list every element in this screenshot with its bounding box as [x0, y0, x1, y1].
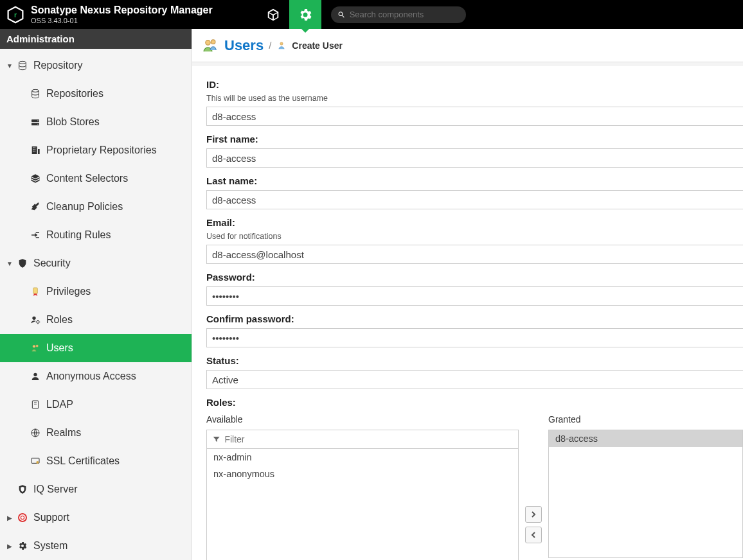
sidebar-item-ldap[interactable]: LDAP: [0, 390, 192, 419]
route-icon: [28, 230, 42, 240]
email-input[interactable]: [206, 245, 743, 264]
broom-icon: [28, 202, 42, 212]
db-icon: [15, 60, 30, 71]
svg-point-10: [37, 320, 39, 323]
sidebar-item-routing-rules[interactable]: Routing Rules: [0, 221, 192, 249]
usergear-icon: [28, 315, 42, 325]
last-name-label: Last name:: [206, 175, 743, 186]
breadcrumb: Users / Create User: [192, 29, 743, 62]
password-label: Password:: [206, 272, 743, 283]
users-icon: [201, 37, 219, 55]
breadcrumb-sep: /: [269, 40, 271, 51]
sidebar-group-repository[interactable]: ▼Repository: [0, 51, 192, 80]
first-name-label: First name:: [206, 134, 743, 144]
sidebar-item-cleanup-policies[interactable]: Cleanup Policies: [0, 193, 192, 221]
status-label: Status:: [206, 355, 743, 366]
roles-filter-input[interactable]: [224, 434, 513, 444]
roles-filter[interactable]: [206, 430, 519, 449]
sidebar-item-label: Users: [46, 342, 73, 354]
sidebar-item-label: Blob Stores: [46, 116, 100, 128]
sidebar-item-users[interactable]: Users: [0, 334, 192, 362]
email-label: Email:: [206, 217, 743, 228]
sidebar-group-label: IQ Server: [33, 484, 77, 495]
sidebar-item-anonymous-access[interactable]: Anonymous Access: [0, 362, 192, 390]
svg-point-19: [21, 516, 24, 519]
svg-point-17: [36, 461, 39, 464]
svg-point-11: [33, 345, 35, 347]
sidebar-item-label: Roles: [46, 314, 73, 326]
layers-icon: [28, 173, 42, 184]
sidebar-item-label: Repositories: [46, 88, 103, 100]
sidebar-group-iq-server[interactable]: IQ Server: [0, 475, 192, 503]
caret-icon: ▶: [5, 514, 14, 521]
role-available-item[interactable]: nx-anonymous: [207, 466, 518, 482]
iq-icon: [15, 484, 30, 494]
sidebar-group-label: Support: [33, 512, 69, 523]
admin-button[interactable]: [289, 0, 321, 29]
sidebar-item-label: Proprietary Repositories: [46, 144, 157, 156]
lifebuoy-icon: [15, 512, 30, 523]
roles-available-label: Available: [206, 414, 519, 424]
badge-icon: [28, 286, 42, 297]
svg-text:r: r: [14, 11, 17, 19]
role-granted-item[interactable]: d8-access: [549, 430, 742, 447]
svg-point-3: [32, 89, 39, 92]
sidebar-item-label: SSL Certificates: [46, 455, 120, 467]
sidebar-group-system[interactable]: ▶System: [0, 532, 192, 560]
users-icon: [28, 343, 42, 353]
caret-icon: ▼: [5, 260, 14, 267]
svg-rect-8: [33, 288, 38, 293]
product-version: OSS 3.43.0-01: [31, 17, 213, 24]
sidebar-item-label: LDAP: [46, 399, 73, 410]
svg-point-22: [280, 42, 283, 44]
book-icon: [28, 399, 42, 410]
sidebar-item-repositories[interactable]: Repositories: [0, 80, 192, 108]
svg-point-7: [37, 124, 38, 125]
roles-granted-list[interactable]: d8-access: [548, 430, 743, 558]
cube-icon: [266, 8, 280, 22]
confirm-password-input[interactable]: [206, 328, 743, 347]
sidebar-item-ssl-certificates[interactable]: SSL Certificates: [0, 447, 192, 475]
sidebar-group-label: Security: [33, 258, 71, 269]
last-name-input[interactable]: [206, 190, 743, 209]
sidebar-item-privileges[interactable]: Privileges: [0, 277, 192, 306]
sidebar-group-security[interactable]: ▼Security: [0, 249, 192, 277]
svg-point-12: [36, 345, 38, 347]
sidebar-group-support[interactable]: ▶Support: [0, 503, 192, 532]
caret-icon: ▼: [5, 62, 14, 69]
user-icon: [28, 371, 42, 381]
search-box[interactable]: [331, 6, 466, 23]
sidebar-group-label: System: [33, 540, 67, 552]
sidebar-item-blob-stores[interactable]: Blob Stores: [0, 108, 192, 136]
status-select[interactable]: [206, 370, 743, 389]
logo-icon: r: [6, 6, 24, 24]
breadcrumb-title[interactable]: Users: [224, 37, 264, 54]
sidebar-item-content-selectors[interactable]: Content Selectors: [0, 164, 192, 193]
sidebar-item-label: Content Selectors: [46, 173, 128, 184]
breadcrumb-current: Create User: [292, 40, 343, 51]
id-input[interactable]: [206, 107, 743, 126]
move-right-button[interactable]: [525, 506, 542, 523]
sidebar-item-realms[interactable]: Realms: [0, 419, 192, 447]
search-icon: [337, 10, 346, 19]
roles-granted-label: Granted: [548, 414, 743, 424]
sidebar-item-proprietary-repositories[interactable]: Proprietary Repositories: [0, 136, 192, 164]
chevron-left-icon: [530, 532, 537, 538]
sidebar-item-label: Routing Rules: [46, 229, 111, 241]
svg-point-9: [32, 317, 35, 320]
id-label: ID:: [206, 79, 743, 90]
svg-point-13: [33, 373, 37, 376]
svg-point-21: [211, 39, 215, 44]
role-available-item[interactable]: nx-admin: [207, 449, 518, 466]
building-icon: [28, 145, 42, 155]
sidebar-item-roles[interactable]: Roles: [0, 306, 192, 334]
sidebar-item-label: Anonymous Access: [46, 371, 136, 382]
roles-available-list[interactable]: nx-adminnx-anonymous: [206, 449, 519, 560]
first-name-input[interactable]: [206, 148, 743, 168]
db-icon: [28, 89, 42, 99]
browse-button[interactable]: [257, 0, 289, 29]
search-input[interactable]: [350, 10, 460, 19]
password-input[interactable]: [206, 286, 743, 306]
move-left-button[interactable]: [525, 527, 542, 543]
content: Users / Create User ID: This will be use…: [192, 29, 743, 560]
